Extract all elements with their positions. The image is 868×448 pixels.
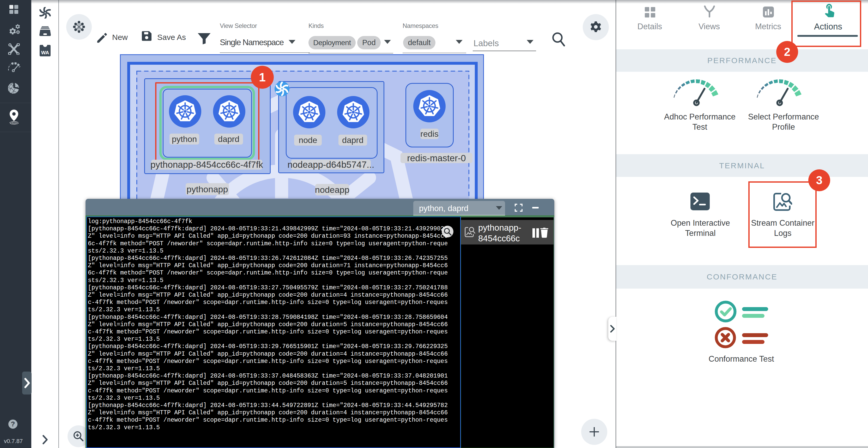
svg-text:WA: WA (41, 50, 49, 55)
